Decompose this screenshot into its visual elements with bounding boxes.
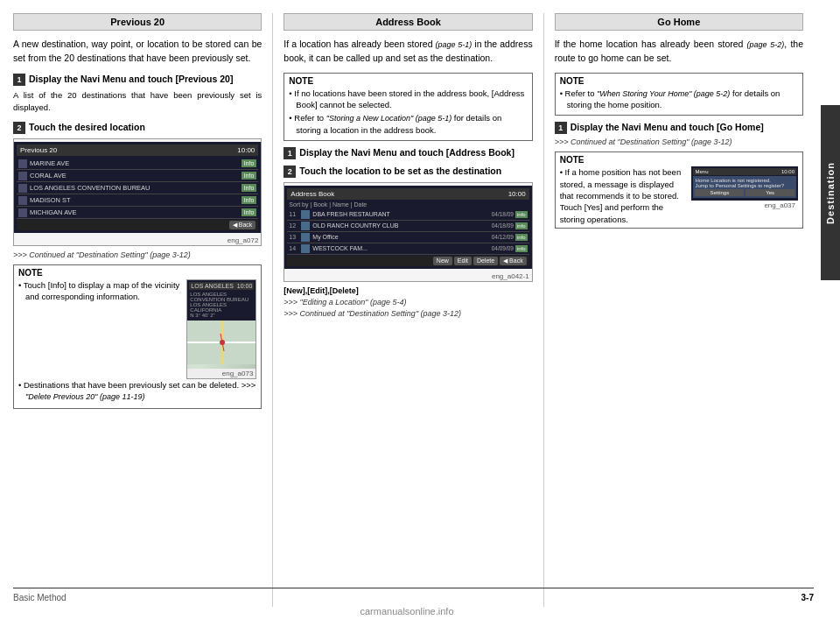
nav-screen: Previous 20 10:00 MARINE AVE Info CORAL … — [14, 142, 261, 233]
nav-row-text-0: MARINE AVE — [30, 159, 242, 167]
map-visual — [187, 321, 256, 369]
gohome-continued: >>> Continued at "Destination Setting" (… — [555, 137, 803, 146]
note-addr-bullet1: • If no locations have been stored in th… — [289, 88, 527, 111]
step1-num: 1 — [13, 74, 25, 86]
nav-row-3: MADISON ST Info — [17, 194, 258, 207]
nav-row-text-3: MADISON ST — [30, 196, 242, 204]
step1-header: 1 Display the Navi Menu and touch [Previ… — [13, 73, 262, 86]
map-screen-top: LOS ANGELES 10:00 — [189, 282, 254, 290]
note-title-prev20: NOTE — [18, 268, 256, 278]
step1-title: Display the Navi Menu and touch [Previou… — [29, 73, 233, 86]
step2-header: 2 Touch the desired location — [13, 121, 262, 134]
filter-sort: Sort by — [289, 201, 308, 208]
note-title-addr: NOTE — [289, 76, 527, 86]
gohome-step1-num: 1 — [555, 122, 567, 134]
home-yes-btn[interactable]: Yes — [746, 189, 794, 196]
addr-step1-header: 1 Display the Navi Menu and touch [Addre… — [284, 146, 532, 159]
addr-name-0: DBA FRESH RESTAURANT — [312, 211, 446, 217]
step2-title: Touch the desired location — [29, 121, 145, 134]
note-bullet-1: • Touch [Info] to display a map of the v… — [18, 279, 183, 303]
nav-row-info-2: Info — [242, 184, 257, 192]
gohome-step1-header: 1 Display the Navi Menu and touch [Go Ho… — [555, 121, 803, 134]
step1-detail: A list of the 20 destinations that have … — [13, 89, 262, 115]
addr-icon-2 — [301, 233, 310, 242]
nav-row-0: MARINE AVE Info — [17, 158, 258, 170]
nav-row-4: MICHIGAN AVE Info — [17, 207, 258, 219]
addr-sub-label: [New],[Edit],[Delete] — [284, 286, 532, 295]
nav-footer: ◀ Back — [17, 220, 258, 230]
map-title: LOS ANGELES — [191, 283, 234, 289]
note-box-gohome2: NOTE • If a home position has not been s… — [555, 151, 803, 228]
map-svg — [187, 321, 256, 364]
home-message-text: Home Location is not registered.Jump to … — [695, 178, 794, 188]
map-label: eng_a073 — [187, 369, 256, 378]
columns-container: Previous 20 A new destination, way point… — [13, 13, 814, 607]
addr-screen-time: 10:00 — [508, 190, 526, 198]
addr-screen: Address Book 10:00 Sort by | Book | Name… — [284, 186, 531, 269]
main-content: Previous 20 A new destination, way point… — [0, 0, 840, 620]
home-time-label: 10:00 — [781, 169, 794, 174]
nav-row-icon-1 — [18, 172, 27, 180]
addr-num-0: 11 — [289, 211, 301, 217]
nav-row-text-4: MICHIGAN AVE — [30, 208, 242, 216]
note-map-image: LOS ANGELES 10:00 LOS ANGELESCONVENTION … — [186, 279, 256, 379]
note-with-image: • Touch [Info] to display a map of the v… — [18, 279, 256, 379]
addr-sub-continued1: >>> "Editing a Location" (page 5-4) — [284, 298, 532, 306]
addr-name-1: OLD RANCH COUNTRY CLUB — [312, 222, 446, 229]
addr-delete-btn: Delete — [473, 257, 498, 265]
addr-info-1: info — [515, 222, 528, 229]
nav-row-info-4: Info — [242, 208, 257, 216]
step2-num: 2 — [13, 122, 25, 134]
nav-screen-header: Previous 20 10:00 — [17, 144, 258, 156]
addr-row-1: 12 OLD RANCH COUNTRY CLUB 04/18/09 info — [287, 221, 528, 232]
addressbook-body: If a location has already been stored (p… — [284, 38, 532, 66]
addr-num-1: 12 — [289, 222, 301, 229]
home-screen-header: Menu 10:00 — [693, 168, 796, 175]
addr-sub-continued2: >>> Continued at "Destination Setting" (… — [284, 309, 532, 318]
addr-row-2: 13 My Office 04/12/09 info — [287, 232, 528, 243]
nav-row-2: LOS ANGELES CONVENTION BUREAU Info — [17, 182, 258, 194]
home-menu-label: Menu — [695, 169, 708, 174]
addr-num-2: 13 — [289, 234, 301, 240]
addr-icon-3 — [301, 244, 310, 253]
col-header-previous20: Previous 20 — [13, 13, 262, 31]
addr-name-3: WESTCOCK FAM... — [312, 245, 446, 251]
addr-name-2: My Office — [312, 234, 446, 240]
addr-step2-num: 2 — [284, 166, 296, 178]
addr-new-btn: New — [433, 257, 452, 265]
nav-row-info-0: Info — [242, 159, 257, 167]
nav-row-icon-2 — [18, 184, 27, 193]
addressbook-screenshot: Address Book 10:00 Sort by | Book | Name… — [284, 182, 532, 282]
bottom-left-text: Basic Method — [13, 593, 66, 602]
addr-icon-1 — [301, 222, 310, 230]
addr-info-0: info — [515, 211, 528, 218]
addr-date-0: 04/18/09 — [446, 211, 514, 217]
home-message-box: Home Location is not registered.Jump to … — [693, 176, 796, 198]
addr-screen-header: Address Book 10:00 — [287, 188, 528, 200]
addr-date-2: 04/12/09 — [446, 234, 514, 240]
gohome-body: If the home location has already been st… — [555, 38, 803, 66]
nav-row-icon-3 — [18, 196, 27, 205]
home-screen-label: eng_a037 — [691, 201, 798, 210]
note-addr-bullet2: • Refer to "Storing a New Location" (pag… — [289, 112, 527, 136]
column-previous20: Previous 20 A new destination, way point… — [13, 13, 273, 607]
nav-row-icon-0 — [18, 159, 27, 168]
gohome-step1-title: Display the Navi Menu and touch [Go Home… — [570, 121, 764, 134]
addr-date-1: 04/18/09 — [446, 222, 514, 229]
addr-edit-btn: Edit — [454, 257, 472, 265]
screen-label-1: eng_a072 — [14, 236, 261, 245]
addr-row-3: 14 WESTCOCK FAM... 04/09/09 info — [287, 243, 528, 255]
page-number: 3-7 — [802, 593, 814, 602]
addr-info-3: info — [515, 245, 528, 252]
filter-book: | Book — [311, 201, 328, 208]
home-screen: Menu 10:00 Home Location is not register… — [691, 166, 798, 201]
watermark: carmanualsonline.info — [0, 606, 814, 620]
col-header-gohome: Go Home — [555, 13, 803, 31]
home-settings-btn[interactable]: Settings — [695, 189, 744, 196]
addr-footer: New Edit Delete ◀ Back — [287, 256, 528, 266]
column-addressbook: Address Book If a location has already b… — [273, 13, 543, 607]
nav-screen-time: 10:00 — [237, 146, 255, 154]
note-gohome-ref: • Refer to "When Storing Your Home" (pag… — [560, 88, 798, 111]
addr-back-btn: ◀ Back — [500, 257, 527, 265]
column-gohome: Go Home If the home location has already… — [544, 13, 814, 607]
